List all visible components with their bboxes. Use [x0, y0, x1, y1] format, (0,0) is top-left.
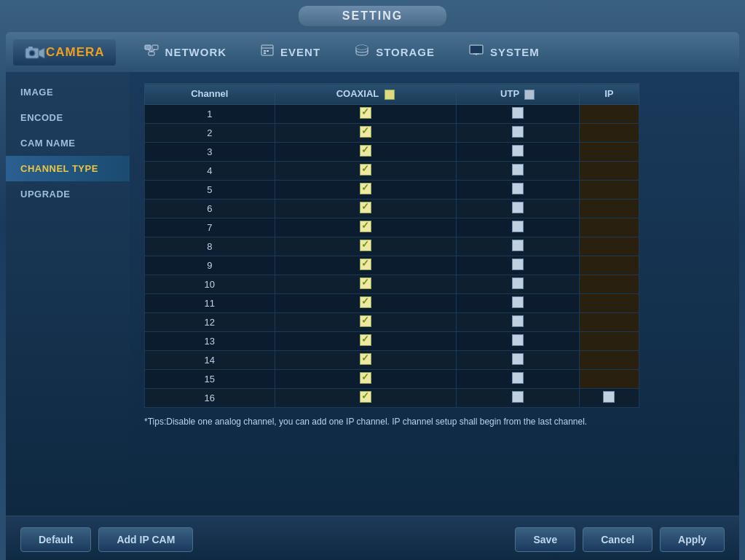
coaxial-cell-4[interactable] [275, 161, 456, 180]
coaxial-checkbox-10[interactable] [360, 277, 371, 289]
utp-checkbox-3[interactable] [512, 145, 524, 157]
ip-cell-7[interactable] [579, 218, 639, 237]
utp-cell-13[interactable] [456, 331, 579, 350]
utp-cell-10[interactable] [456, 275, 579, 293]
ip-checkbox-16[interactable] [603, 391, 615, 403]
coaxial-cell-12[interactable] [275, 312, 456, 331]
utp-checkbox-13[interactable] [512, 334, 524, 346]
coaxial-checkbox-7[interactable] [360, 221, 371, 232]
coaxial-checkbox-6[interactable] [360, 202, 371, 213]
sidebar-item-image[interactable]: IMAGE [6, 79, 130, 105]
utp-checkbox-1[interactable] [512, 107, 524, 119]
ip-cell-4[interactable] [579, 161, 639, 180]
utp-cell-8[interactable] [456, 237, 579, 256]
utp-cell-11[interactable] [456, 293, 579, 312]
ip-cell-5[interactable] [579, 180, 639, 199]
tab-storage[interactable]: STORAGE [341, 39, 448, 65]
coaxial-cell-8[interactable] [275, 237, 456, 256]
utp-cell-12[interactable] [456, 312, 579, 331]
coaxial-cell-16[interactable] [275, 388, 456, 407]
utp-cell-9[interactable] [456, 256, 579, 275]
utp-cell-2[interactable] [456, 123, 579, 142]
ip-cell-16[interactable] [579, 388, 639, 407]
ip-cell-10[interactable] [579, 275, 639, 293]
coaxial-checkbox-11[interactable] [360, 296, 371, 308]
camera-nav-item[interactable]: CAMERA [13, 39, 116, 66]
utp-checkbox-5[interactable] [512, 183, 524, 194]
coaxial-cell-15[interactable] [275, 369, 456, 388]
coaxial-checkbox-12[interactable] [360, 315, 371, 327]
coaxial-checkbox-3[interactable] [360, 145, 371, 157]
coaxial-checkbox-13[interactable] [360, 334, 371, 346]
coaxial-cell-14[interactable] [275, 350, 456, 369]
ip-cell-9[interactable] [579, 256, 639, 275]
utp-checkbox-10[interactable] [512, 277, 524, 289]
utp-checkbox-7[interactable] [512, 221, 524, 232]
utp-cell-5[interactable] [456, 180, 579, 199]
add-ip-cam-button[interactable]: Add IP CAM [98, 527, 193, 552]
ip-cell-15[interactable] [579, 369, 639, 388]
sidebar-item-cam-name[interactable]: CAM NAME [6, 130, 130, 156]
ip-cell-8[interactable] [579, 237, 639, 256]
coaxial-header-checkbox[interactable] [385, 90, 395, 100]
sidebar-item-upgrade[interactable]: UPGRADE [6, 181, 130, 207]
utp-checkbox-2[interactable] [512, 126, 524, 138]
tab-event-label: EVENT [280, 46, 320, 58]
coaxial-cell-7[interactable] [275, 218, 456, 237]
coaxial-cell-9[interactable] [275, 256, 456, 275]
cancel-button[interactable]: Cancel [583, 527, 653, 552]
ip-cell-3[interactable] [579, 142, 639, 161]
utp-checkbox-4[interactable] [512, 164, 524, 176]
coaxial-checkbox-1[interactable] [360, 107, 371, 119]
utp-checkbox-15[interactable] [512, 372, 524, 384]
coaxial-cell-13[interactable] [275, 331, 456, 350]
ip-cell-13[interactable] [579, 331, 639, 350]
coaxial-checkbox-14[interactable] [360, 353, 371, 365]
ip-cell-2[interactable] [579, 123, 639, 142]
sidebar-item-channel-type[interactable]: CHANNEL TYPE [6, 156, 130, 181]
ip-cell-12[interactable] [579, 312, 639, 331]
coaxial-checkbox-16[interactable] [360, 391, 371, 403]
utp-cell-6[interactable] [456, 199, 579, 218]
coaxial-cell-3[interactable] [275, 142, 456, 161]
utp-checkbox-14[interactable] [512, 353, 524, 365]
utp-checkbox-12[interactable] [512, 315, 524, 327]
coaxial-cell-5[interactable] [275, 180, 456, 199]
ip-cell-14[interactable] [579, 350, 639, 369]
apply-button[interactable]: Apply [660, 527, 725, 552]
coaxial-cell-1[interactable] [275, 104, 456, 123]
sidebar-item-encode[interactable]: ENCODE [6, 105, 130, 130]
default-button[interactable]: Default [20, 527, 91, 552]
coaxial-checkbox-15[interactable] [360, 372, 371, 384]
utp-checkbox-9[interactable] [512, 259, 524, 270]
utp-cell-3[interactable] [456, 142, 579, 161]
utp-cell-4[interactable] [456, 161, 579, 180]
utp-cell-15[interactable] [456, 369, 579, 388]
coaxial-checkbox-4[interactable] [360, 164, 371, 176]
utp-checkbox-8[interactable] [512, 240, 524, 251]
tab-network[interactable]: NETWORK [130, 39, 240, 65]
utp-cell-16[interactable] [456, 388, 579, 407]
channel-cell-11: 11 [145, 293, 275, 312]
coaxial-cell-10[interactable] [275, 275, 456, 293]
utp-checkbox-16[interactable] [512, 391, 524, 403]
coaxial-cell-2[interactable] [275, 123, 456, 142]
utp-header-checkbox[interactable] [524, 90, 535, 100]
tab-system[interactable]: SYSTEM [455, 39, 553, 65]
coaxial-checkbox-5[interactable] [360, 183, 371, 194]
coaxial-checkbox-9[interactable] [360, 259, 371, 270]
utp-checkbox-11[interactable] [512, 296, 524, 308]
coaxial-checkbox-2[interactable] [360, 126, 371, 138]
ip-cell-11[interactable] [579, 293, 639, 312]
utp-cell-14[interactable] [456, 350, 579, 369]
utp-cell-7[interactable] [456, 218, 579, 237]
coaxial-cell-11[interactable] [275, 293, 456, 312]
utp-cell-1[interactable] [456, 104, 579, 123]
ip-cell-1[interactable] [579, 104, 639, 123]
tab-event[interactable]: EVENT [247, 39, 334, 65]
save-button[interactable]: Save [515, 527, 575, 552]
utp-checkbox-6[interactable] [512, 202, 524, 213]
coaxial-checkbox-8[interactable] [360, 240, 371, 251]
coaxial-cell-6[interactable] [275, 199, 456, 218]
ip-cell-6[interactable] [579, 199, 639, 218]
